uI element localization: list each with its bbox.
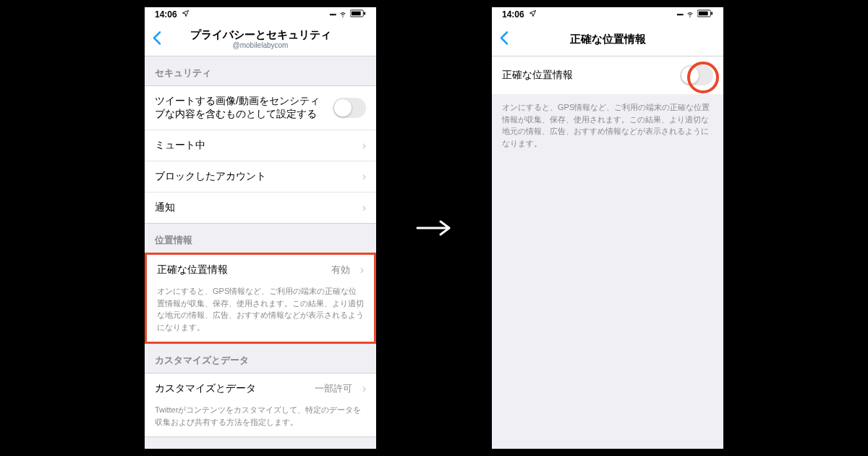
- section-header-customize: カスタマイズとデータ: [145, 344, 376, 373]
- highlight-circle: [687, 62, 719, 93]
- location-arrow-icon: [529, 9, 537, 20]
- dual-sim-icon: ▪▪▪▪: [329, 11, 336, 18]
- row-label: ツイートする画像/動画をセンシティブな内容を含むものとして設定する: [155, 95, 326, 121]
- status-bar: 14:06 ▪▪▪▪: [492, 7, 723, 22]
- row-value: 有効: [331, 263, 350, 276]
- chevron-right-icon: ›: [360, 263, 364, 276]
- row-description: オンにすると、GPS情報など、ご利用の端末の正確な位置情報が収集、保存、使用され…: [147, 285, 374, 342]
- status-time: 14:06: [502, 9, 524, 20]
- row-sensitive-media[interactable]: ツイートする画像/動画をセンシティブな内容を含むものとして設定する: [145, 85, 376, 130]
- section-header-security: セキュリティ: [145, 56, 376, 85]
- svg-rect-2: [364, 12, 365, 15]
- status-bar: 14:06 ▪▪▪▪: [145, 7, 376, 22]
- chevron-right-icon: ›: [362, 170, 366, 183]
- back-button[interactable]: [499, 30, 509, 47]
- row-label: ブロックしたアカウント: [155, 170, 352, 183]
- page-subtitle: @mobilelabycom: [190, 41, 331, 50]
- row-muted[interactable]: ミュート中 ›: [145, 130, 376, 161]
- section-header-location: 位置情報: [145, 224, 376, 253]
- location-arrow-icon: [182, 9, 190, 20]
- highlight-precise-location: 正確な位置情報 有効 › オンにすると、GPS情報など、ご利用の端末の正確な位置…: [145, 253, 376, 344]
- row-precise-location[interactable]: 正確な位置情報 有効 ›: [147, 255, 374, 285]
- arrow-right-icon: [412, 219, 456, 237]
- chevron-right-icon: ›: [362, 382, 366, 395]
- row-label: ミュート中: [155, 139, 352, 152]
- page-title: 正確な位置情報: [570, 33, 646, 46]
- row-label: 正確な位置情報: [157, 263, 324, 276]
- battery-icon: [350, 9, 366, 20]
- row-description: Twitterがコンテンツをカスタマイズして、特定のデータを収集および共有する方…: [145, 404, 376, 437]
- phone-right: 14:06 ▪▪▪▪ 正確な位置情報 正確な位置情報 オンにすると、GP: [492, 7, 723, 449]
- row-customize-data[interactable]: カスタマイズとデータ 一部許可 ›: [145, 373, 376, 404]
- svg-rect-1: [352, 12, 361, 16]
- nav-bar: プライバシーとセキュリティ @mobilelabycom: [145, 22, 376, 56]
- svg-rect-6: [711, 12, 712, 15]
- page-title: プライバシーとセキュリティ: [190, 28, 331, 41]
- battery-icon: [697, 9, 713, 20]
- dual-sim-icon: ▪▪▪▪: [676, 11, 683, 18]
- row-value: 一部許可: [315, 382, 352, 395]
- row-notify[interactable]: 通知 ›: [145, 192, 376, 224]
- wifi-icon: [338, 9, 348, 21]
- wifi-icon: [685, 9, 695, 21]
- status-time: 14:06: [155, 9, 177, 20]
- row-label: カスタマイズとデータ: [155, 382, 307, 395]
- back-button[interactable]: [152, 30, 162, 47]
- section-header-appletv: この設定をオンにするとApple TVが端末…: [145, 437, 376, 449]
- toggle-sensitive[interactable]: [333, 98, 366, 118]
- phone-left: 14:06 ▪▪▪▪ プライバシーとセキュリティ @mobilelabycom …: [145, 7, 376, 449]
- svg-rect-5: [699, 12, 708, 16]
- chevron-right-icon: ›: [362, 139, 366, 152]
- chevron-right-icon: ›: [362, 201, 366, 214]
- row-description: オンにすると、GPS情報など、ご利用の端末の正確な位置情報が収集、保存、使用され…: [492, 94, 723, 158]
- row-blocked[interactable]: ブロックしたアカウント ›: [145, 161, 376, 192]
- row-label: 通知: [155, 201, 352, 214]
- nav-bar: 正確な位置情報: [492, 22, 723, 56]
- row-label: 正確な位置情報: [502, 69, 673, 82]
